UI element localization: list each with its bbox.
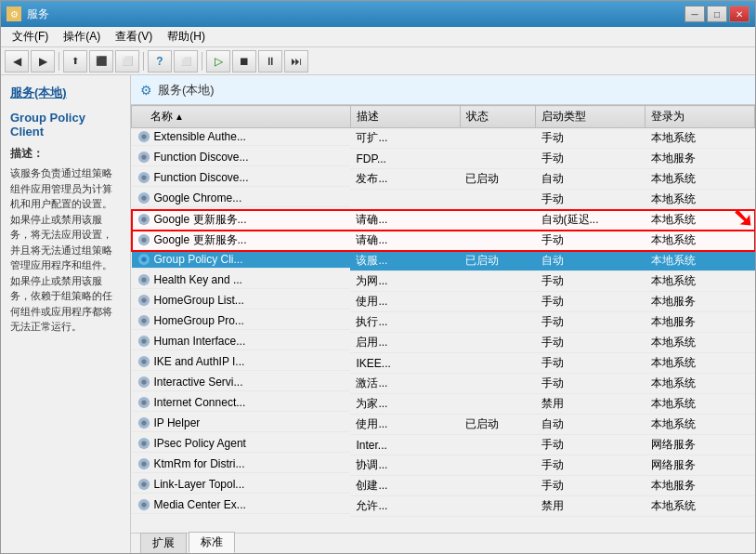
minimize-button[interactable]: ─ [684, 6, 705, 22]
service-name-text: HomeGroup List... [154, 294, 244, 307]
table-row[interactable]: Health Key and ...为网...手动本地系统 [132, 271, 755, 292]
table-row[interactable]: Link-Layer Topol...创建...手动本地服务 [132, 476, 755, 496]
service-login-cell: 网络服务 [645, 435, 755, 455]
help-button[interactable]: ? [148, 50, 172, 73]
panel-header-icon: ⚙ [140, 83, 152, 98]
table-row[interactable]: IPsec Policy AgentInter...手动网络服务 [132, 435, 755, 455]
service-desc-cell: 使用... [350, 292, 460, 312]
service-startup-cell: 手动 [536, 476, 645, 496]
gear-icon [137, 335, 150, 348]
svg-point-35 [141, 481, 146, 486]
table-row[interactable]: Google Chrome...手动本地系统 [132, 190, 755, 210]
svg-point-19 [141, 318, 146, 323]
right-panel-header: ⚙ 服务(本地) [131, 75, 755, 105]
menu-view[interactable]: 查看(V) [108, 27, 160, 46]
table-row[interactable]: Media Center Ex...允许...禁用本地系统 [132, 496, 755, 517]
service-login-cell: 本地系统 [645, 415, 755, 435]
table-row[interactable]: Internet Connect...为家...禁用本地系统 [132, 394, 755, 415]
service-name-cell: Media Center Ex... [132, 496, 351, 514]
menu-help[interactable]: 帮助(H) [160, 27, 213, 46]
table-row[interactable]: Function Discove...FDP...手动本地服务 [132, 149, 755, 169]
service-name-cell: Health Key and ... [132, 271, 351, 289]
close-button[interactable]: ✕ [729, 6, 749, 22]
separator-3 [202, 52, 202, 71]
service-login-cell: 网络服务 [645, 455, 755, 476]
table-row[interactable]: Extensible Authe...可扩...手动本地系统 [132, 128, 755, 149]
back-button[interactable]: ◀ [5, 50, 29, 73]
up-button[interactable]: ⬆ [63, 50, 87, 73]
gear-icon [137, 294, 150, 307]
service-login-cell: 本地系统 [645, 333, 755, 353]
service-status-cell [460, 231, 535, 251]
table-row[interactable]: HomeGroup List...使用...手动本地服务 [132, 292, 755, 312]
col-name[interactable]: 名称▲ [132, 106, 351, 128]
col-login[interactable]: 登录为 [645, 106, 755, 128]
service-startup-cell: 手动 [536, 149, 645, 169]
service-startup-cell: 自动 [536, 169, 645, 190]
service-status-cell: 已启动 [460, 415, 535, 435]
export-button[interactable]: ⬜ [174, 50, 198, 73]
service-startup-cell: 手动 [536, 435, 645, 455]
restart-service[interactable]: ⏭ [284, 50, 308, 73]
stop-service[interactable]: ⏹ [232, 50, 256, 73]
pause-service[interactable]: ⏸ [258, 50, 282, 73]
service-desc-cell: 创建... [350, 476, 460, 496]
service-name-text: IP Helper [154, 416, 201, 429]
service-login-cell: 本地系统 [645, 251, 755, 271]
service-status-cell [460, 190, 535, 210]
service-name-text: Group Policy Cli... [154, 253, 243, 266]
service-startup-cell: 手动 [536, 292, 645, 312]
tab-extended[interactable]: 扩展 [140, 533, 187, 553]
table-row[interactable]: IKE and AuthIP I...IKEE...手动本地系统 [132, 353, 755, 374]
table-row[interactable]: IP Helper使用...已启动自动本地系统 [132, 415, 755, 435]
service-desc-cell: 为家... [350, 394, 460, 415]
service-name-cell: IKE and AuthIP I... [132, 353, 351, 371]
svg-point-15 [141, 277, 146, 282]
gear-icon [137, 233, 150, 246]
table-row[interactable]: Interactive Servi...激活...手动本地系统 [132, 374, 755, 394]
service-login-cell: 本地系统 [645, 374, 755, 394]
service-login-cell: 本地服务 [645, 312, 755, 333]
table-row[interactable]: Function Discove...发布...已启动自动本地系统 [132, 169, 755, 190]
service-login-cell: 本地系统 [645, 271, 755, 292]
menu-file[interactable]: 文件(F) [5, 27, 56, 46]
tab-standard[interactable]: 标准 [189, 532, 235, 553]
gear-icon [137, 478, 150, 491]
col-status[interactable]: 状态 [460, 106, 535, 128]
col-startup[interactable]: 启动类型 [536, 106, 645, 128]
service-name-cell: Interactive Servi... [132, 374, 351, 391]
table-row[interactable]: HomeGroup Pro...执行...手动本地服务 [132, 312, 755, 333]
table-row[interactable]: Google 更新服务...请确...自动(延迟...本地系统 [132, 210, 755, 231]
maximize-button[interactable]: □ [707, 6, 727, 22]
svg-point-21 [141, 338, 146, 343]
title-bar-buttons: ─ □ ✕ [684, 6, 749, 22]
table-row[interactable]: Google 更新服务...请确...手动本地系统 [132, 231, 755, 251]
service-desc-cell: 协调... [350, 455, 460, 476]
service-startup-cell: 自动 [536, 251, 645, 271]
service-status-cell [460, 394, 535, 415]
service-status-cell [460, 128, 535, 149]
service-name-cell: Function Discove... [132, 169, 351, 187]
service-startup-cell: 手动 [536, 312, 645, 333]
svg-point-17 [141, 297, 146, 302]
svg-point-7 [141, 195, 146, 200]
service-status-cell [460, 333, 535, 353]
col-desc[interactable]: 描述 [350, 106, 460, 128]
new-window[interactable]: ⬜ [115, 50, 139, 73]
forward-button[interactable]: ▶ [31, 50, 55, 73]
svg-point-29 [141, 420, 146, 425]
menu-action[interactable]: 操作(A) [56, 27, 108, 46]
service-name-text: Human Interface... [154, 335, 246, 348]
gear-icon [137, 355, 150, 368]
service-desc-cell: FDP... [350, 149, 460, 169]
table-row[interactable]: KtmRm for Distri...协调...手动网络服务 [132, 455, 755, 476]
separator-1 [59, 52, 59, 71]
table-row[interactable]: Group Policy Cli...该服...已启动自动本地系统 [132, 251, 755, 271]
gear-icon [137, 376, 150, 389]
service-startup-cell: 禁用 [536, 394, 645, 415]
window-icon: ⚙ [7, 7, 21, 21]
start-service[interactable]: ▷ [206, 50, 230, 73]
left-panel-nav[interactable]: 服务(本地) [10, 85, 121, 101]
show-scope[interactable]: ⬛ [89, 50, 113, 73]
table-row[interactable]: Human Interface...启用...手动本地系统 [132, 333, 755, 353]
